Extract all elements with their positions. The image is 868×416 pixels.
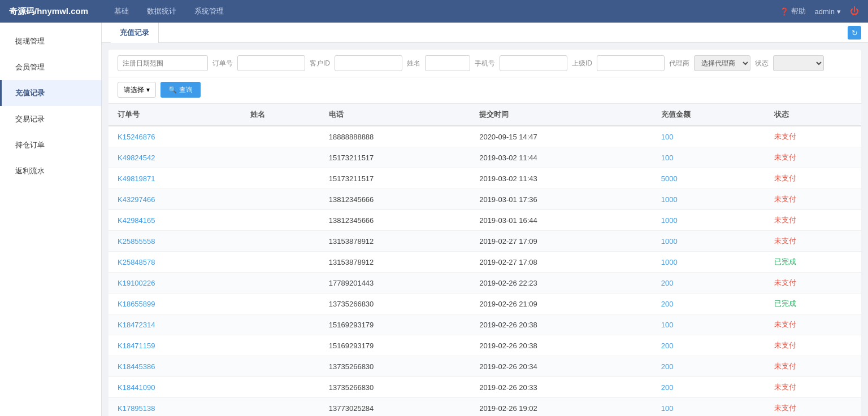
phone-cell: 13812345666 <box>320 189 470 210</box>
amount-cell: 1000 <box>652 210 766 231</box>
order-cell[interactable]: K19100226 <box>108 273 241 294</box>
status-cell: 未支付 <box>765 210 861 231</box>
table-row: K18445386 13735266830 2019-02-26 20:34 2… <box>108 356 861 377</box>
uid-input[interactable] <box>597 55 665 71</box>
date-range-input[interactable] <box>118 55 208 71</box>
uid-label: 上级ID <box>572 59 592 68</box>
amount-cell: 200 <box>652 335 766 356</box>
sidebar-item-withdraw[interactable]: 提现管理 <box>0 28 101 54</box>
table-row: K18471159 15169293179 2019-02-26 20:38 2… <box>108 335 861 356</box>
time-cell: 2019-03-01 17:36 <box>470 189 652 210</box>
table-body: K15246876 18888888888 2020-09-15 14:47 1… <box>108 126 861 416</box>
time-cell: 2019-03-02 11:44 <box>470 147 652 168</box>
admin-menu[interactable]: admin ▾ <box>815 7 841 16</box>
table-row: K18655899 13735266830 2019-02-26 21:09 2… <box>108 294 861 314</box>
name-cell <box>241 273 320 294</box>
sidebar-item-rebate[interactable]: 返利流水 <box>0 158 101 184</box>
query-button[interactable]: 🔍 查询 <box>160 82 201 98</box>
table-row: K49819871 15173211517 2019-03-02 11:43 5… <box>108 168 861 189</box>
time-cell: 2019-03-01 16:44 <box>470 210 652 231</box>
name-cell <box>241 377 320 398</box>
order-cell[interactable]: K18471159 <box>108 335 241 356</box>
order-cell[interactable]: K43297466 <box>108 189 241 210</box>
top-menu: 基础 数据统计 系统管理 <box>105 0 780 23</box>
refresh-button[interactable]: ↻ <box>848 26 861 40</box>
chevron-down-icon: ▾ <box>146 86 150 94</box>
time-cell: 2019-02-27 17:08 <box>470 252 652 273</box>
order-cell[interactable]: K17895138 <box>108 398 241 417</box>
phone-cell: 13773025284 <box>320 398 470 417</box>
phone-input[interactable] <box>500 55 567 71</box>
name-label: 姓名 <box>407 59 420 68</box>
time-cell: 2019-02-26 22:23 <box>470 273 652 294</box>
name-cell <box>241 231 320 252</box>
time-cell: 2020-09-15 14:47 <box>470 126 652 147</box>
sidebar-item-trade[interactable]: 交易记录 <box>0 106 101 132</box>
sidebar: 提现管理 会员管理 充值记录 交易记录 持仓订单 返利流水 <box>0 23 102 416</box>
col-header-name: 姓名 <box>241 104 320 126</box>
status-cell: 未支付 <box>765 168 861 189</box>
name-cell <box>241 189 320 210</box>
amount-cell: 100 <box>652 126 766 147</box>
order-label: 订单号 <box>212 59 233 68</box>
page-tab-recharge[interactable]: 充值记录 <box>111 23 159 43</box>
status-label: 状态 <box>755 59 769 68</box>
table-row: K43297466 13812345666 2019-03-01 17:36 1… <box>108 189 861 210</box>
main-layout: 提现管理 会员管理 充值记录 交易记录 持仓订单 返利流水 充值记录 ↻ 订单号 <box>0 23 868 416</box>
order-cell[interactable]: K42984165 <box>108 210 241 231</box>
name-cell <box>241 210 320 231</box>
time-cell: 2019-02-26 20:33 <box>470 377 652 398</box>
cid-input[interactable] <box>335 55 402 71</box>
time-cell: 2019-03-02 11:43 <box>470 168 652 189</box>
amount-cell: 100 <box>652 314 766 335</box>
phone-cell: 15173211517 <box>320 147 470 168</box>
top-navbar: 奇源码/hnymwl.com 基础 数据统计 系统管理 ❓ 帮助 admin ▾… <box>0 0 868 23</box>
status-cell: 未支付 <box>765 147 861 168</box>
nav-item-stats[interactable]: 数据统计 <box>138 0 185 23</box>
order-cell[interactable]: K18655899 <box>108 294 241 314</box>
phone-cell: 15169293179 <box>320 314 470 335</box>
col-header-amount: 充值金额 <box>652 104 766 126</box>
order-input[interactable] <box>237 55 305 71</box>
name-cell <box>241 314 320 335</box>
status-cell: 未支付 <box>765 335 861 356</box>
cid-label: 客户ID <box>310 59 330 68</box>
power-icon[interactable]: ⏻ <box>850 6 859 16</box>
status-cell: 未支付 <box>765 314 861 335</box>
col-header-phone: 电话 <box>320 104 470 126</box>
name-input[interactable] <box>425 55 470 71</box>
time-cell: 2019-02-26 20:38 <box>470 335 652 356</box>
nav-item-basic[interactable]: 基础 <box>105 0 138 23</box>
amount-cell: 1000 <box>652 252 766 273</box>
order-cell[interactable]: K18472314 <box>108 314 241 335</box>
amount-cell: 100 <box>652 147 766 168</box>
select-button[interactable]: 请选择 ▾ <box>118 82 156 98</box>
sidebar-item-member[interactable]: 会员管理 <box>0 54 101 80</box>
order-cell[interactable]: K25848578 <box>108 252 241 273</box>
order-cell[interactable]: K25855558 <box>108 231 241 252</box>
top-right-actions: ❓ 帮助 admin ▾ ⏻ <box>780 6 859 16</box>
sidebar-item-position[interactable]: 持仓订单 <box>0 132 101 158</box>
nav-item-system[interactable]: 系统管理 <box>185 0 233 23</box>
help-button[interactable]: ❓ 帮助 <box>780 6 806 16</box>
order-cell[interactable]: K15246876 <box>108 126 241 147</box>
sidebar-item-recharge[interactable]: 充值记录 <box>0 80 101 106</box>
order-cell[interactable]: K18441090 <box>108 377 241 398</box>
name-cell <box>241 356 320 377</box>
phone-cell: 18888888888 <box>320 126 470 147</box>
phone-cell: 15173211517 <box>320 168 470 189</box>
phone-cell: 13812345666 <box>320 210 470 231</box>
page-tab-bar: 充值记录 ↻ <box>102 23 868 43</box>
name-cell <box>241 126 320 147</box>
order-cell[interactable]: K49819871 <box>108 168 241 189</box>
filter-row2: 请选择 ▾ 🔍 查询 <box>108 77 861 104</box>
status-select[interactable] <box>773 55 824 71</box>
phone-cell: 15169293179 <box>320 335 470 356</box>
order-cell[interactable]: K18445386 <box>108 356 241 377</box>
time-cell: 2019-02-26 21:09 <box>470 294 652 314</box>
agent-select[interactable]: 选择代理商 <box>694 55 750 71</box>
amount-cell: 200 <box>652 294 766 314</box>
order-cell[interactable]: K49824542 <box>108 147 241 168</box>
phone-cell: 13735266830 <box>320 377 470 398</box>
status-cell: 未支付 <box>765 189 861 210</box>
